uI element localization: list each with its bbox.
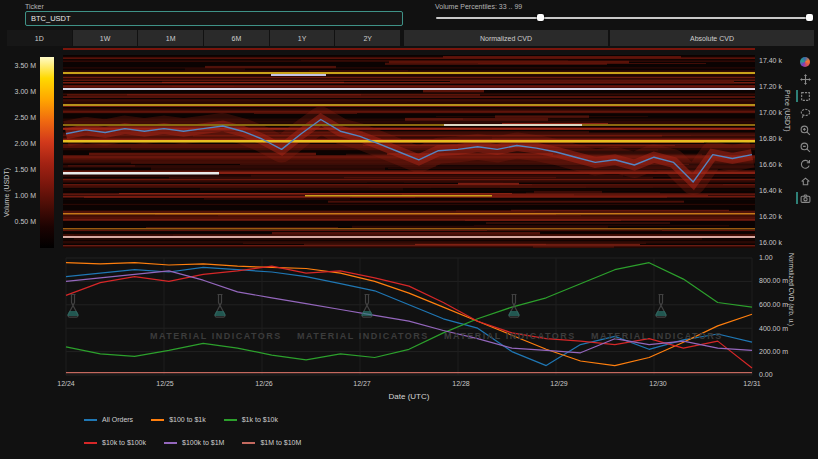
- price-tick: 17.20 k: [759, 83, 799, 91]
- reset-axes-icon[interactable]: [799, 175, 811, 187]
- plotly-logo-icon[interactable]: [799, 56, 811, 68]
- volume-tick: 3.00 M: [0, 88, 36, 96]
- range-button-6m[interactable]: 6M: [204, 30, 269, 46]
- pan-icon[interactable]: [799, 73, 811, 85]
- price-tick: 16.80 k: [759, 135, 799, 143]
- date-tick: 12/28: [441, 380, 481, 388]
- legend-item-all-orders[interactable]: All Orders: [84, 416, 133, 423]
- legend-row-1: All Orders $100 to $1k $1k to $10k: [84, 416, 278, 423]
- cvd-tick: 400.00 m: [759, 325, 799, 333]
- date-axis-title: Date (UTC): [0, 392, 818, 401]
- plotly-modebar: [796, 56, 814, 204]
- time-range-button-group: 1D 1W 1M 6M 1Y 2Y: [7, 30, 400, 46]
- slider-handle-low[interactable]: [537, 14, 544, 21]
- watermark-text: MATERIAL INDICATORS: [297, 331, 427, 341]
- legend-item-1k-10k[interactable]: $1k to $10k: [224, 416, 278, 423]
- legend-item-100k-1m[interactable]: $100k to $1M: [164, 439, 224, 446]
- legend-item-10k-100k[interactable]: $10k to $100k: [84, 439, 146, 446]
- legend-label: All Orders: [102, 416, 133, 423]
- price-tick: 16.40 k: [759, 187, 799, 195]
- legend-label: $100k to $1M: [182, 439, 224, 446]
- flask-watermark-icon: [356, 293, 378, 320]
- autoscale-icon[interactable]: [799, 158, 811, 170]
- price-tick: 16.00 k: [759, 239, 799, 247]
- legend-swatch: [84, 442, 97, 444]
- volume-percentile-label: Volume Percentiles: 33 .. 99: [435, 3, 522, 10]
- volume-tick: 3.50 M: [0, 62, 36, 70]
- watermark-text: MATERIAL INDICATORS: [150, 331, 280, 341]
- flask-watermark-icon: [62, 293, 84, 320]
- cvd-tick: 200.00 m: [759, 348, 799, 356]
- volume-heatmap-plot[interactable]: [63, 55, 755, 248]
- price-tick: 17.00 k: [759, 109, 799, 117]
- ticker-label: Ticker: [25, 3, 44, 10]
- legend-swatch: [151, 419, 164, 421]
- date-tick: 12/29: [539, 380, 579, 388]
- date-tick: 12/30: [638, 380, 678, 388]
- price-tick: 16.20 k: [759, 213, 799, 221]
- heatmap-top-streak: [63, 48, 755, 50]
- normalized-cvd-button[interactable]: Normalized CVD: [404, 30, 608, 46]
- volume-tick: 0.50 M: [0, 218, 36, 226]
- range-button-2y[interactable]: 2Y: [335, 30, 400, 46]
- date-tick: 12/25: [145, 380, 185, 388]
- legend-label: $100 to $1k: [169, 416, 206, 423]
- flask-watermark-icon: [209, 293, 231, 320]
- absolute-cvd-button[interactable]: Absolute CVD: [610, 30, 814, 46]
- range-button-1w[interactable]: 1W: [73, 30, 138, 46]
- legend-item-100-1k[interactable]: $100 to $1k: [151, 416, 206, 423]
- legend-label: $1M to $10M: [260, 439, 301, 446]
- legend-label: $10k to $100k: [102, 439, 146, 446]
- legend-swatch: [84, 419, 97, 421]
- watermark-text: MATERIAL INDICATORS: [591, 331, 721, 341]
- volume-tick: 2.50 M: [0, 114, 36, 122]
- range-button-1d[interactable]: 1D: [7, 30, 72, 46]
- volume-axis-title: Volume (USDT): [3, 168, 10, 217]
- date-tick: 12/24: [46, 380, 86, 388]
- volume-percentile-slider-track[interactable]: [436, 17, 810, 19]
- legend-swatch: [242, 442, 255, 444]
- volume-tick: 2.00 M: [0, 140, 36, 148]
- price-axis-title: Price (USDT): [784, 90, 791, 132]
- legend-label: $1k to $10k: [242, 416, 278, 423]
- legend-swatch: [224, 419, 237, 421]
- flask-watermark-icon: [650, 293, 672, 320]
- cvd-tick: 0.00: [759, 371, 799, 379]
- lasso-select-icon[interactable]: [799, 107, 811, 119]
- zoom-out-icon[interactable]: [799, 141, 811, 153]
- legend-item-1m-10m[interactable]: $1M to $10M: [242, 439, 301, 446]
- box-zoom-icon[interactable]: [796, 90, 811, 102]
- cvd-mode-button-group: Normalized CVD Absolute CVD: [404, 30, 814, 46]
- flask-watermark-icon: [503, 293, 525, 320]
- range-button-1y[interactable]: 1Y: [270, 30, 335, 46]
- legend-row-2: $10k to $100k $100k to $1M $1M to $10M: [84, 439, 301, 446]
- legend-swatch: [164, 442, 177, 444]
- ticker-input[interactable]: [25, 11, 403, 26]
- cvd-axis-title: Normalized CVD (arb. u.): [788, 253, 795, 326]
- range-button-1m[interactable]: 1M: [138, 30, 203, 46]
- watermark-text: MATERIAL INDICATORS: [444, 331, 574, 341]
- date-tick: 12/27: [342, 380, 382, 388]
- camera-icon[interactable]: [796, 192, 811, 204]
- date-tick: 12/31: [732, 380, 772, 388]
- volume-colorbar: [40, 57, 54, 248]
- date-tick: 12/26: [244, 380, 284, 388]
- chart-figure: 3.50 M 3.00 M 2.50 M 2.00 M 1.50 M 1.00 …: [0, 48, 818, 459]
- zoom-in-icon[interactable]: [799, 124, 811, 136]
- price-tick: 17.40 k: [759, 57, 799, 65]
- price-tick: 16.60 k: [759, 161, 799, 169]
- slider-handle-high[interactable]: [806, 14, 813, 21]
